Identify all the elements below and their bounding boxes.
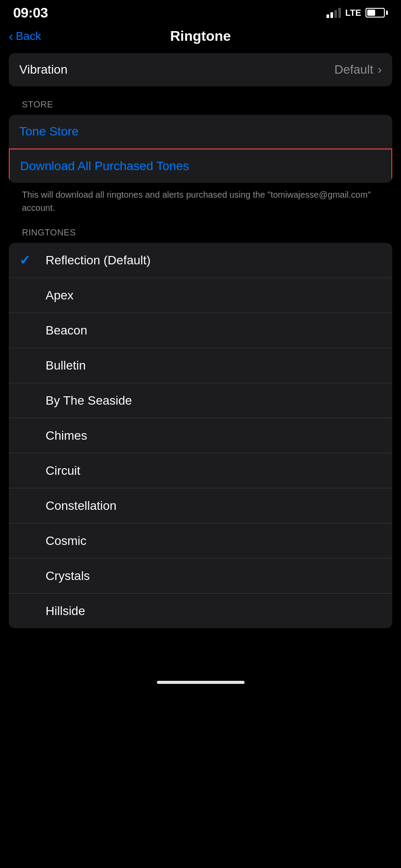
download-all-tones-row[interactable]: Download All Purchased Tones [9, 149, 392, 183]
ringtone-hillside[interactable]: ✓ Hillside [9, 594, 392, 628]
ringtone-reflection-label: Reflection (Default) [46, 253, 151, 267]
ringtones-list: ✓ Reflection (Default) ✓ Apex ✓ Beacon ✓… [9, 243, 392, 628]
status-time: 09:03 [13, 5, 48, 21]
ringtone-circuit[interactable]: ✓ Circuit [9, 453, 392, 488]
ringtone-by-the-seaside-label: By The Seaside [46, 394, 132, 408]
signal-bar-2 [330, 12, 333, 18]
battery-icon [366, 8, 388, 18]
signal-bar-4 [338, 8, 341, 18]
navigation-bar: ‹ Back Ringtone [0, 24, 401, 53]
tone-store-row[interactable]: Tone Store [9, 115, 392, 149]
home-indicator [157, 681, 245, 684]
tone-store-label: Tone Store [19, 125, 78, 138]
ringtone-by-the-seaside[interactable]: ✓ By The Seaside [9, 383, 392, 418]
ringtone-hillside-label: Hillside [46, 604, 85, 618]
status-bar: 09:03 LTE [0, 0, 401, 24]
ringtone-beacon[interactable]: ✓ Beacon [9, 313, 392, 348]
vibration-value[interactable]: Default › [334, 63, 382, 77]
battery-tip [386, 11, 388, 15]
download-all-tones-label: Download All Purchased Tones [20, 159, 189, 173]
signal-bar-3 [334, 10, 337, 18]
store-section-label: STORE [9, 100, 392, 115]
ringtone-chimes-label: Chimes [46, 429, 87, 443]
hint-text: This will download all ringtones and ale… [9, 183, 392, 214]
ringtone-crystals-label: Crystals [46, 569, 90, 583]
store-section-group: Tone Store Download All Purchased Tones [9, 115, 392, 183]
content-area: Vibration Default › STORE Tone Store Dow… [0, 53, 401, 628]
home-indicator-bar [0, 672, 401, 693]
ringtone-beacon-label: Beacon [46, 324, 87, 338]
signal-bar-1 [326, 14, 329, 18]
vibration-label: Vibration [19, 63, 67, 77]
ringtone-bulletin-label: Bulletin [46, 359, 86, 373]
ringtone-reflection[interactable]: ✓ Reflection (Default) [9, 243, 392, 278]
ringtone-constellation[interactable]: ✓ Constellation [9, 488, 392, 523]
ringtone-cosmic-label: Cosmic [46, 534, 86, 548]
ringtone-chimes[interactable]: ✓ Chimes [9, 418, 392, 453]
network-type: LTE [345, 8, 361, 18]
checkmark-icon: ✓ [19, 253, 35, 268]
battery-body [366, 8, 385, 18]
battery-fill [367, 10, 375, 16]
vibration-value-text: Default [334, 63, 373, 77]
ringtone-apex-label: Apex [46, 288, 74, 302]
status-icons: LTE [326, 8, 388, 18]
ringtone-cosmic[interactable]: ✓ Cosmic [9, 523, 392, 559]
ringtone-constellation-label: Constellation [46, 499, 117, 513]
back-chevron-icon: ‹ [9, 29, 13, 44]
back-button[interactable]: ‹ Back [9, 29, 41, 44]
ringtone-crystals[interactable]: ✓ Crystals [9, 559, 392, 594]
ringtones-section-label: RINGTONES [9, 228, 392, 243]
vibration-row[interactable]: Vibration Default › [9, 53, 392, 86]
back-label: Back [16, 29, 41, 43]
vibration-chevron-icon: › [378, 63, 382, 77]
ringtone-circuit-label: Circuit [46, 464, 80, 478]
ringtone-bulletin[interactable]: ✓ Bulletin [9, 348, 392, 383]
page-title: Ringtone [170, 28, 231, 44]
signal-bars-icon [326, 8, 341, 18]
ringtone-apex[interactable]: ✓ Apex [9, 278, 392, 313]
